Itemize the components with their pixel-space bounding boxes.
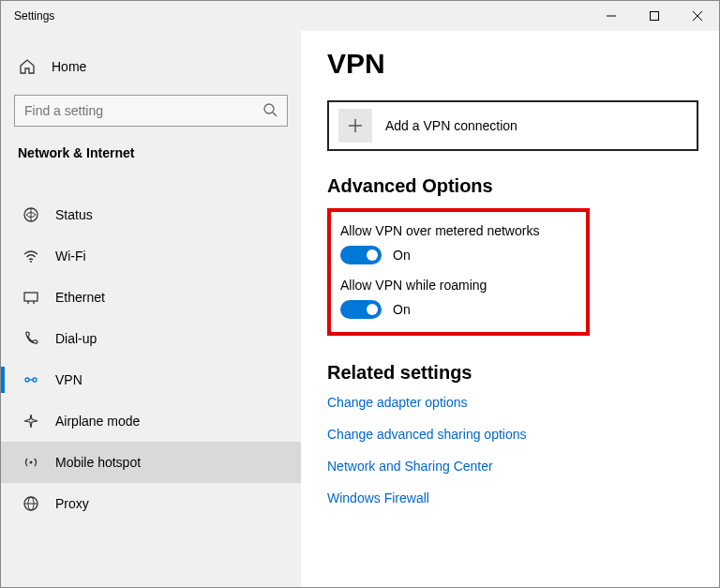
nav-section-title: Network & Internet bbox=[1, 140, 301, 177]
metered-toggle[interactable] bbox=[340, 246, 382, 264]
svg-line-5 bbox=[273, 113, 277, 116]
link-sharing-options[interactable]: Change advanced sharing options bbox=[327, 427, 698, 442]
home-label: Home bbox=[52, 59, 86, 74]
sidebar-item-label: Status bbox=[55, 207, 93, 222]
sidebar-item-vpn[interactable]: VPN bbox=[1, 359, 301, 400]
highlighted-region: Allow VPN over metered networks On Allow… bbox=[327, 208, 590, 336]
sidebar-item-label: Mobile hotspot bbox=[55, 455, 141, 470]
roaming-label: Allow VPN while roaming bbox=[340, 278, 539, 293]
svg-rect-1 bbox=[651, 12, 659, 21]
link-windows-firewall[interactable]: Windows Firewall bbox=[327, 490, 698, 505]
maximize-button[interactable] bbox=[633, 1, 676, 31]
sidebar-item-label: Ethernet bbox=[55, 290, 105, 305]
main-panel: VPN Add a VPN connection Advanced Option… bbox=[301, 31, 719, 587]
advanced-options-heading: Advanced Options bbox=[327, 175, 698, 197]
roaming-state: On bbox=[393, 302, 411, 317]
related-settings-heading: Related settings bbox=[327, 362, 698, 384]
roaming-toggle[interactable] bbox=[340, 300, 382, 319]
metered-state: On bbox=[393, 248, 411, 263]
sidebar-item-label: Airplane mode bbox=[55, 414, 140, 429]
svg-point-13 bbox=[33, 378, 37, 382]
svg-point-8 bbox=[30, 261, 32, 263]
search-box[interactable] bbox=[14, 95, 288, 127]
sidebar-item-hotspot[interactable]: Mobile hotspot bbox=[1, 442, 301, 483]
dialup-icon bbox=[22, 329, 40, 348]
sidebar-item-proxy[interactable]: Proxy bbox=[1, 483, 301, 524]
ethernet-icon bbox=[22, 288, 40, 307]
wifi-icon bbox=[22, 247, 40, 265]
plus-icon bbox=[338, 109, 372, 143]
home-button[interactable]: Home bbox=[1, 48, 301, 85]
svg-point-15 bbox=[30, 461, 33, 464]
proxy-icon bbox=[22, 494, 40, 513]
link-network-sharing-center[interactable]: Network and Sharing Center bbox=[327, 459, 698, 474]
metered-label: Allow VPN over metered networks bbox=[340, 223, 539, 238]
vpn-icon bbox=[22, 370, 40, 389]
sidebar-item-airplane[interactable]: Airplane mode bbox=[1, 400, 301, 442]
window-title: Settings bbox=[14, 9, 54, 23]
sidebar: Home Network & Internet Status bbox=[1, 31, 301, 587]
add-vpn-label: Add a VPN connection bbox=[385, 118, 518, 133]
sidebar-item-wifi[interactable]: Wi-Fi bbox=[1, 235, 301, 277]
titlebar: Settings bbox=[1, 1, 719, 31]
home-icon bbox=[18, 57, 37, 76]
sidebar-item-label: Dial-up bbox=[55, 331, 97, 346]
status-icon bbox=[22, 205, 40, 224]
svg-rect-9 bbox=[24, 293, 38, 301]
hotspot-icon bbox=[22, 453, 40, 472]
sidebar-item-dialup[interactable]: Dial-up bbox=[1, 318, 301, 359]
close-button[interactable] bbox=[676, 1, 719, 31]
page-title: VPN bbox=[327, 48, 698, 80]
search-input[interactable] bbox=[24, 103, 262, 118]
sidebar-item-label: VPN bbox=[55, 372, 82, 387]
minimize-button[interactable] bbox=[590, 1, 633, 31]
sidebar-item-label: Proxy bbox=[55, 496, 89, 511]
search-icon bbox=[262, 102, 278, 120]
airplane-icon bbox=[22, 412, 40, 430]
add-vpn-button[interactable]: Add a VPN connection bbox=[327, 100, 698, 151]
svg-point-4 bbox=[264, 104, 274, 113]
sidebar-item-status[interactable]: Status bbox=[1, 194, 301, 235]
link-adapter-options[interactable]: Change adapter options bbox=[327, 395, 698, 410]
sidebar-item-ethernet[interactable]: Ethernet bbox=[1, 277, 301, 318]
sidebar-item-label: Wi-Fi bbox=[55, 249, 86, 264]
svg-point-12 bbox=[25, 378, 29, 382]
